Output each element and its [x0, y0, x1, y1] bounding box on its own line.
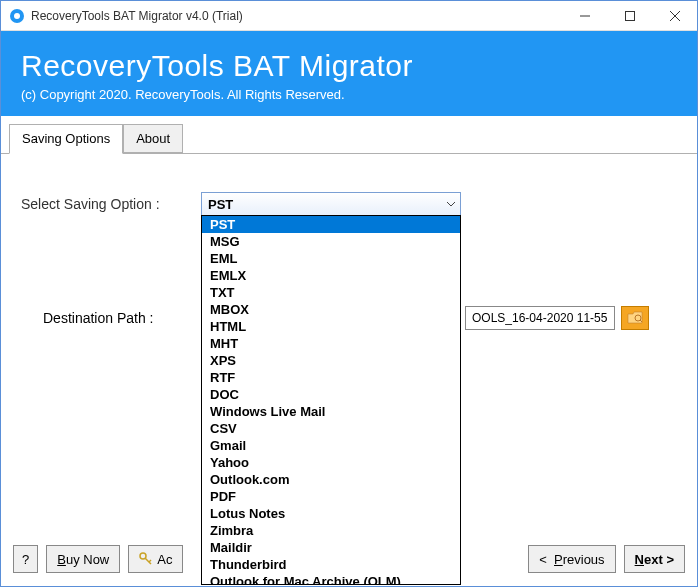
- dropdown-item[interactable]: EML: [202, 250, 460, 267]
- dropdown-item[interactable]: Outlook.com: [202, 471, 460, 488]
- dropdown-item[interactable]: MBOX: [202, 301, 460, 318]
- app-icon: [9, 8, 25, 24]
- dropdown-item[interactable]: Lotus Notes: [202, 505, 460, 522]
- dropdown-item[interactable]: RTF: [202, 369, 460, 386]
- dropdown-item[interactable]: MHT: [202, 335, 460, 352]
- browse-button[interactable]: [621, 306, 649, 330]
- dropdown-item[interactable]: Gmail: [202, 437, 460, 454]
- dropdown-list: PSTMSGEMLEMLXTXTMBOXHTMLMHTXPSRTFDOCWind…: [201, 215, 461, 585]
- dropdown-item[interactable]: TXT: [202, 284, 460, 301]
- destination-path-input[interactable]: [465, 306, 615, 330]
- tab-strip: Saving Options About: [1, 116, 697, 154]
- dropdown-item[interactable]: Yahoo: [202, 454, 460, 471]
- key-icon: [139, 552, 153, 566]
- dropdown-item[interactable]: EMLX: [202, 267, 460, 284]
- dropdown-item[interactable]: CSV: [202, 420, 460, 437]
- dropdown-item[interactable]: Outlook for Mac Archive (OLM): [202, 573, 460, 585]
- svg-point-1: [14, 13, 20, 19]
- minimize-button[interactable]: [562, 1, 607, 30]
- dropdown-item[interactable]: XPS: [202, 352, 460, 369]
- maximize-button[interactable]: [607, 1, 652, 30]
- buy-now-button[interactable]: Buy Now: [46, 545, 120, 573]
- window-title: RecoveryTools BAT Migrator v4.0 (Trial): [31, 9, 562, 23]
- folder-icon: [627, 311, 643, 325]
- dropdown-item[interactable]: PST: [202, 216, 460, 233]
- previous-button[interactable]: < Previous: [528, 545, 615, 573]
- svg-rect-3: [625, 11, 634, 20]
- dropdown-item[interactable]: Zimbra: [202, 522, 460, 539]
- dropdown-item[interactable]: HTML: [202, 318, 460, 335]
- dropdown-item[interactable]: MSG: [202, 233, 460, 250]
- saving-option-combo[interactable]: PST PSTMSGEMLEMLXTXTMBOXHTMLMHTXPSRTFDOC…: [201, 192, 461, 216]
- saving-option-label: Select Saving Option :: [21, 196, 201, 212]
- window-controls: [562, 1, 697, 30]
- dropdown-item[interactable]: Windows Live Mail: [202, 403, 460, 420]
- help-button[interactable]: ?: [13, 545, 38, 573]
- dropdown-item[interactable]: DOC: [202, 386, 460, 403]
- combo-selected-value: PST: [208, 197, 233, 212]
- activate-button[interactable]: Ac: [128, 545, 183, 573]
- destination-path-label: Destination Path :: [21, 310, 201, 326]
- copyright-text: (c) Copyright 2020. RecoveryTools. All R…: [21, 87, 677, 102]
- app-title: RecoveryTools BAT Migrator: [21, 49, 677, 83]
- tab-saving-options[interactable]: Saving Options: [9, 124, 123, 154]
- content-panel: Select Saving Option : PST PSTMSGEMLEMLX…: [1, 154, 697, 585]
- tab-about[interactable]: About: [123, 124, 183, 153]
- dropdown-item[interactable]: Maildir: [202, 539, 460, 556]
- app-header: RecoveryTools BAT Migrator (c) Copyright…: [1, 31, 697, 116]
- next-button[interactable]: Next >: [624, 545, 685, 573]
- close-button[interactable]: [652, 1, 697, 30]
- titlebar: RecoveryTools BAT Migrator v4.0 (Trial): [1, 1, 697, 31]
- dropdown-item[interactable]: Thunderbird: [202, 556, 460, 573]
- chevron-down-icon: [441, 192, 461, 216]
- dropdown-item[interactable]: PDF: [202, 488, 460, 505]
- svg-line-10: [149, 560, 151, 562]
